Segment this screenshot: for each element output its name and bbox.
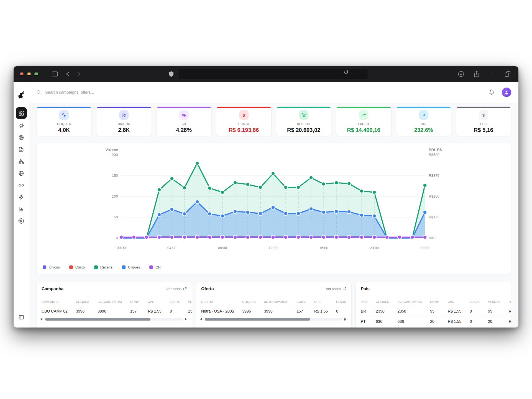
table-row[interactable]: CBO CAMP 0239963996157R$ 1,550157R	[42, 306, 192, 316]
sidebar-item-links[interactable]	[16, 180, 27, 190]
legend-label: CR	[155, 265, 161, 269]
kpi-value: R$ 20.603,02	[287, 127, 320, 133]
svg-text:R$500: R$500	[429, 153, 439, 157]
table-cell: 3996	[264, 306, 296, 316]
main-area: CLIQUES 4.0K ÚNICOS 2.8K % CR	[29, 82, 518, 328]
legend-label: Únicos	[49, 265, 60, 269]
legend-label: Cliques	[128, 265, 140, 269]
sidebar	[14, 82, 29, 328]
kpi-value: R$ 6.193,86	[229, 127, 259, 133]
sidebar-item-targets[interactable]	[16, 132, 27, 143]
legend-item[interactable]: Cliques	[122, 265, 140, 269]
kpi-accent	[456, 107, 511, 108]
table-cell: BR	[361, 306, 376, 316]
table-cell: 0	[470, 306, 488, 316]
sidebar-item-domains[interactable]	[16, 168, 27, 178]
trending-up-icon	[359, 110, 368, 120]
scroll-left-icon[interactable]	[40, 318, 42, 321]
svg-text:04:00: 04:00	[167, 246, 176, 250]
horizontal-scrollbar[interactable]	[200, 318, 346, 321]
dog-logo-icon	[17, 91, 25, 100]
kpi-label: EPC	[480, 122, 487, 126]
scroll-right-icon[interactable]	[185, 318, 187, 321]
table-cell: 95	[488, 306, 509, 316]
zoom-window-button[interactable]	[34, 72, 39, 76]
sidebar-item-dashboard[interactable]	[16, 107, 27, 119]
table-row[interactable]: PT63663620R$ 1,55020R$ 3.484,10	[361, 316, 511, 327]
downloads-icon[interactable]	[456, 70, 466, 78]
table-cell: 3996	[242, 306, 264, 316]
kpi-value: R$ 14.409,16	[347, 127, 380, 133]
legend-swatch	[122, 265, 126, 269]
scroll-right-icon[interactable]	[344, 318, 346, 321]
kpi-value: R$ 5,16	[474, 127, 493, 133]
close-window-button[interactable]	[20, 72, 24, 76]
scrollbar-thumb[interactable]	[205, 318, 310, 321]
collapse-sidebar-icon[interactable]	[16, 312, 27, 323]
window-controls	[20, 72, 39, 76]
table-column-header: CLIQUES	[76, 298, 98, 306]
kpi-row: CLIQUES 4.0K ÚNICOS 2.8K % CR	[36, 106, 511, 136]
sidebar-item-settings[interactable]	[16, 216, 27, 226]
legend-item[interactable]: CR	[149, 265, 161, 269]
sidebar-item-campaigns[interactable]	[16, 120, 27, 131]
reload-icon[interactable]	[344, 70, 348, 76]
svg-text:R$375: R$375	[429, 173, 439, 178]
table-cell: 95	[430, 306, 448, 316]
table-row[interactable]: Nutra - USA - 200$39963996157R$ 1,550157	[201, 306, 351, 316]
ver-todos-link[interactable]: Ver todos	[166, 287, 187, 291]
scrollbar-thumb[interactable]	[45, 318, 150, 321]
legend-item[interactable]: Únicos	[43, 265, 60, 269]
forward-icon[interactable]	[74, 70, 83, 78]
table-column-header: OFERTA	[201, 298, 242, 306]
campanha-table-card: Campanha Ver todos CAMPANHACLIQUESUC (CA…	[36, 282, 192, 328]
kpi-label: ÚNICOS	[118, 122, 130, 126]
minimize-window-button[interactable]	[27, 72, 31, 76]
kpi-value: 2.8K	[118, 127, 130, 133]
table-cell: R$ 1,55	[148, 306, 170, 316]
kpi-card-unicos: ÚNICOS 2.8K	[96, 106, 152, 136]
sidebar-item-automations[interactable]	[16, 192, 27, 202]
search-input[interactable]	[45, 90, 162, 95]
legend-item[interactable]: Receita	[94, 265, 112, 269]
table-column-header: VENDAS	[188, 298, 192, 306]
table-title: País	[361, 286, 370, 291]
scroll-left-icon[interactable]	[200, 318, 202, 321]
sidebar-item-code-files[interactable]	[16, 144, 27, 155]
legend-item[interactable]: Custo	[69, 265, 85, 269]
table-cell: R$ 1,55	[314, 306, 336, 316]
table-column-header: UC (CAMPANHA)	[98, 298, 130, 306]
app-root: CLIQUES 4.0K ÚNICOS 2.8K % CR	[14, 82, 518, 328]
url-bar[interactable]	[179, 69, 368, 79]
kpi-card-custo: $ CUSTO R$ 6.193,86	[216, 106, 272, 136]
notifications-bell-icon[interactable]	[489, 89, 495, 95]
table-column-header: CONV.	[296, 298, 314, 306]
user-avatar[interactable]	[502, 88, 511, 97]
back-icon[interactable]	[63, 70, 72, 78]
sidebar-item-reports[interactable]	[16, 204, 27, 214]
table-cell: 157	[130, 306, 148, 316]
svg-text:R$0: R$0	[429, 236, 436, 240]
kpi-card-cliques: CLIQUES 4.0K	[36, 106, 92, 136]
table-cell: 2350	[376, 306, 397, 316]
table-column-header: CLIQUES	[376, 298, 397, 306]
tab-overview-icon[interactable]	[503, 70, 512, 78]
chart-legend: ÚnicosCustoReceitaCliquesCR	[43, 265, 161, 269]
new-tab-icon[interactable]	[487, 70, 497, 78]
svg-text:0: 0	[116, 236, 118, 240]
privacy-shield-icon[interactable]	[167, 70, 176, 78]
users-icon	[119, 110, 129, 120]
kpi-accent	[336, 107, 391, 108]
volume-chart-svg[interactable]: Volume200150100500BRL R$R$500R$375R$250R…	[37, 143, 511, 274]
share-icon[interactable]	[472, 70, 481, 78]
oferta-table-card: Oferta Ver todos OFERTACLIQUESUC (CAMPAN…	[196, 282, 352, 328]
sidebar-item-structure[interactable]	[16, 156, 27, 167]
table-row[interactable]: BR2350235095R$ 1,55095R$ 9.288,09	[361, 306, 511, 316]
table-cell: R$ 3.484,10	[509, 316, 511, 327]
ver-todos-link[interactable]: Ver todos	[326, 287, 346, 291]
table-cell: 157	[188, 306, 192, 316]
browser-sidebar-toggle-icon[interactable]	[50, 70, 60, 78]
kpi-accent	[96, 107, 151, 108]
svg-text:R$125: R$125	[429, 215, 439, 219]
horizontal-scrollbar[interactable]	[40, 318, 187, 321]
